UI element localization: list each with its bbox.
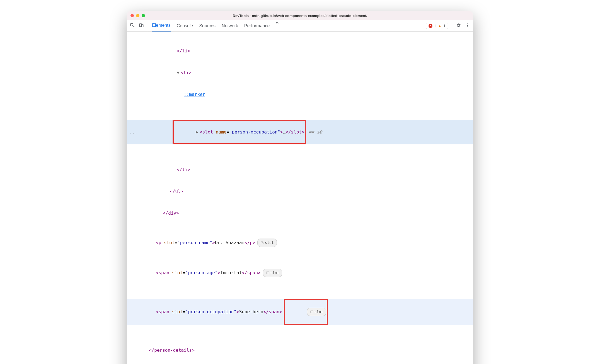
tabs-overflow-icon[interactable]: » bbox=[276, 20, 279, 31]
tree-row: ::marker bbox=[127, 91, 473, 98]
minimize-icon[interactable] bbox=[136, 14, 139, 17]
elements-tree[interactable]: </li> ▼<li> ::marker ... ▶<slot name="pe… bbox=[127, 32, 473, 364]
error-icon: ✕ bbox=[429, 24, 432, 28]
reveal-slot-badge[interactable]: slot bbox=[263, 269, 282, 277]
tab-performance[interactable]: Performance bbox=[244, 20, 270, 31]
close-icon[interactable] bbox=[130, 14, 134, 17]
expand-icon[interactable]: ▼ bbox=[177, 69, 181, 76]
tab-elements[interactable]: Elements bbox=[152, 20, 171, 31]
highlight-box: slot bbox=[284, 299, 328, 325]
more-icon[interactable] bbox=[465, 23, 470, 29]
tab-console[interactable]: Console bbox=[177, 20, 193, 31]
console-reference: == $0 bbox=[306, 128, 322, 136]
warning-count: 1 bbox=[443, 24, 446, 28]
error-count: 1 bbox=[434, 24, 436, 28]
panel-tabs: Elements Console Sources Network Perform… bbox=[152, 20, 279, 31]
tree-row: </person-details> bbox=[127, 347, 473, 354]
highlight-box: ▶<slot name="person-occupation">…</slot> bbox=[173, 120, 306, 144]
settings-icon[interactable] bbox=[456, 23, 461, 29]
row-actions-icon[interactable]: ... bbox=[129, 128, 135, 136]
tab-sources[interactable]: Sources bbox=[199, 20, 216, 31]
expand-icon[interactable]: ▶ bbox=[196, 128, 200, 136]
tree-row: </div> bbox=[127, 210, 473, 217]
tree-row[interactable]: <span slot="person-age">Immortal</span> … bbox=[127, 269, 473, 277]
svg-point-5 bbox=[467, 26, 468, 27]
inspect-icon[interactable] bbox=[130, 23, 135, 29]
tree-row[interactable]: <span slot="person-occupation">Superhero… bbox=[127, 299, 473, 325]
tree-row: </li> bbox=[127, 166, 473, 173]
svg-point-3 bbox=[467, 23, 468, 24]
tree-row-selected[interactable]: ... ▶<slot name="person-occupation">…</s… bbox=[127, 120, 473, 144]
titlebar: DevTools - mdn.github.io/web-components-… bbox=[127, 11, 473, 20]
zoom-icon[interactable] bbox=[142, 14, 145, 17]
reveal-slot-badge[interactable]: slot bbox=[257, 239, 277, 247]
reveal-slot-badge[interactable]: slot bbox=[307, 308, 326, 316]
svg-rect-1 bbox=[139, 24, 142, 27]
tab-network[interactable]: Network bbox=[222, 20, 238, 31]
toolbar-divider bbox=[452, 23, 452, 29]
devtools-window: DevTools - mdn.github.io/web-components-… bbox=[127, 11, 473, 364]
device-toggle-icon[interactable] bbox=[139, 23, 144, 29]
window-title: DevTools - mdn.github.io/web-components-… bbox=[130, 14, 470, 18]
main-toolbar: Elements Console Sources Network Perform… bbox=[127, 20, 473, 32]
tree-row[interactable]: <p slot="person-name">Dr. Shazaam</p> sl… bbox=[127, 239, 473, 247]
tree-row: </li> bbox=[127, 47, 473, 55]
tree-row: ▼<li> bbox=[127, 69, 473, 76]
svg-rect-2 bbox=[142, 25, 143, 27]
warning-icon: ▲ bbox=[438, 24, 442, 28]
issues-counter[interactable]: ✕ 1 ▲ 1 bbox=[426, 23, 448, 29]
window-controls bbox=[130, 14, 145, 17]
tree-row: </ul> bbox=[127, 188, 473, 195]
svg-point-4 bbox=[467, 25, 468, 26]
